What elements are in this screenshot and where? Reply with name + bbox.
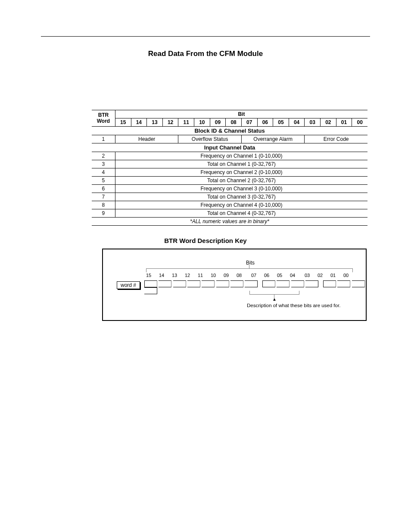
key-bit-01: 01: [330, 273, 336, 278]
key-bit-08: 08: [237, 273, 242, 278]
desc-cell: Total on Channel 3 (0-32,767): [115, 193, 367, 201]
key-cell: [202, 280, 215, 287]
errcode-cell: Error Code: [305, 135, 367, 143]
bit-10: 10: [194, 118, 210, 127]
bit-08: 08: [226, 118, 242, 127]
key-cell: [352, 280, 365, 287]
table-header-row: BTRWord Bit: [92, 110, 367, 118]
key-bit-07: 07: [251, 273, 256, 278]
arrow-up-icon: ▲: [272, 297, 277, 302]
bit-15: 15: [115, 118, 131, 127]
brace-top-stem: [249, 265, 250, 268]
brace-top: [146, 268, 353, 272]
key-bit-02: 02: [318, 273, 323, 278]
bit-13: 13: [147, 118, 163, 127]
top-rule: [41, 36, 370, 37]
key-cell: [216, 280, 229, 287]
bit-12: 12: [162, 118, 178, 127]
table-row: 8 Frequency on Channel 4 (0-10,000): [92, 201, 367, 209]
key-cell: [187, 280, 200, 287]
key-cell: [173, 280, 186, 287]
key-cell: [337, 280, 350, 287]
table-bits-row: 15 14 13 12 11 10 09 08 07 06 05 04 03 0…: [92, 118, 367, 127]
table-row: 9 Total on Channel 4 (0-32,767): [92, 209, 367, 218]
key-bit-13: 13: [172, 273, 177, 278]
key-bit-11: 11: [198, 273, 203, 278]
word-cell: 2: [92, 152, 115, 160]
table-row: 2 Frequency on Channel 1 (0-10,000): [92, 152, 367, 160]
bit-00: 00: [352, 118, 367, 127]
bit-01: 01: [336, 118, 352, 127]
key-bit-15: 15: [146, 273, 151, 278]
col-btr-word: BTRWord: [92, 110, 115, 127]
key-box: Bits 15 14 13 12 11 10 09 08 07 06 05 04…: [102, 249, 367, 321]
key-cell: [291, 280, 304, 287]
key-bit-05: 05: [277, 273, 282, 278]
desc-cell: Frequency on Channel 4 (0-10,000): [115, 201, 367, 209]
bit-04: 04: [289, 118, 305, 127]
btr-table: BTRWord Bit 15 14 13 12 11 10 09 08 07 0…: [92, 110, 367, 226]
key-word-box: word #: [117, 281, 140, 289]
footnote-row: *ALL numeric values are in binary*: [92, 218, 367, 226]
section-input-data: Input Channel Data: [92, 143, 367, 152]
table-row: 3 Total on Channel 1 (0-32,767): [92, 160, 367, 168]
page: Read Data From the CFM Module BTRWord Bi…: [0, 36, 411, 532]
word-cell: 9: [92, 209, 115, 218]
bit-03: 03: [305, 118, 321, 127]
key-cell: [144, 280, 157, 287]
section-block-id: Block ID & Channel Status: [92, 127, 367, 135]
key-title: BTR Word Description Key: [41, 237, 370, 244]
key-bits-label: Bits: [246, 260, 255, 266]
header-cell: Header: [115, 135, 178, 143]
key-bit-00: 00: [343, 273, 349, 278]
key-bit-10: 10: [211, 273, 216, 278]
table-row: 7 Total on Channel 3 (0-32,767): [92, 193, 367, 201]
desc-cell: Frequency on Channel 1 (0-10,000): [115, 152, 367, 160]
word-cell: 6: [92, 185, 115, 193]
desc-cell: Total on Channel 1 (0-32,767): [115, 160, 367, 168]
word-cell: 4: [92, 168, 115, 177]
desc-cell: Total on Channel 2 (0-32,767): [115, 177, 367, 185]
bit-07: 07: [241, 118, 257, 127]
key-cell: [230, 280, 243, 287]
table-row: 5 Total on Channel 2 (0-32,767): [92, 177, 367, 185]
bit-09: 09: [210, 118, 226, 127]
bit-11: 11: [178, 118, 194, 127]
word-cell: 3: [92, 160, 115, 168]
table-row: 1 Header Overflow Status Overrange Alarm…: [92, 135, 367, 143]
key-cell: [144, 287, 157, 294]
key-cell: [159, 280, 171, 287]
key-cell: [277, 280, 290, 287]
desc-cell: Total on Channel 4 (0-32,767): [115, 209, 367, 218]
bit-02: 02: [321, 118, 336, 127]
word-1: 1: [92, 135, 115, 143]
bit-14: 14: [131, 118, 147, 127]
btr-table-wrap: BTRWord Bit 15 14 13 12 11 10 09 08 07 0…: [92, 110, 367, 226]
key-bit-04: 04: [290, 273, 295, 278]
bit-05: 05: [273, 118, 289, 127]
key-cell: [323, 280, 336, 287]
key-bit-09: 09: [224, 273, 229, 278]
key-desc: Description of what these bits are used …: [247, 303, 340, 308]
col-btr-word-text: BTRWord: [97, 112, 110, 124]
overrange-cell: Overrange Alarm: [241, 135, 305, 143]
word-cell: 8: [92, 201, 115, 209]
key-bit-03: 03: [305, 273, 310, 278]
table-row: 4 Frequency on Channel 2 (0-10,000): [92, 168, 367, 177]
section1-label: Block ID & Channel Status: [92, 127, 367, 135]
col-bit: Bit: [115, 110, 367, 118]
table-row: 6 Frequency on Channel 3 (0-10,000): [92, 185, 367, 193]
key-bit-12: 12: [185, 273, 190, 278]
key-bit-14: 14: [159, 273, 164, 278]
word-cell: 5: [92, 177, 115, 185]
bit-06: 06: [257, 118, 273, 127]
word-cell: 7: [92, 193, 115, 201]
section2-label: Input Channel Data: [92, 143, 367, 152]
overflow-cell: Overflow Status: [178, 135, 242, 143]
desc-cell: Frequency on Channel 2 (0-10,000): [115, 168, 367, 177]
key-cell: [245, 280, 258, 287]
key-cell: [262, 280, 275, 287]
key-bit-06: 06: [264, 273, 269, 278]
footnote: *ALL numeric values are in binary*: [92, 218, 367, 226]
page-title: Read Data From the CFM Module: [41, 50, 370, 58]
